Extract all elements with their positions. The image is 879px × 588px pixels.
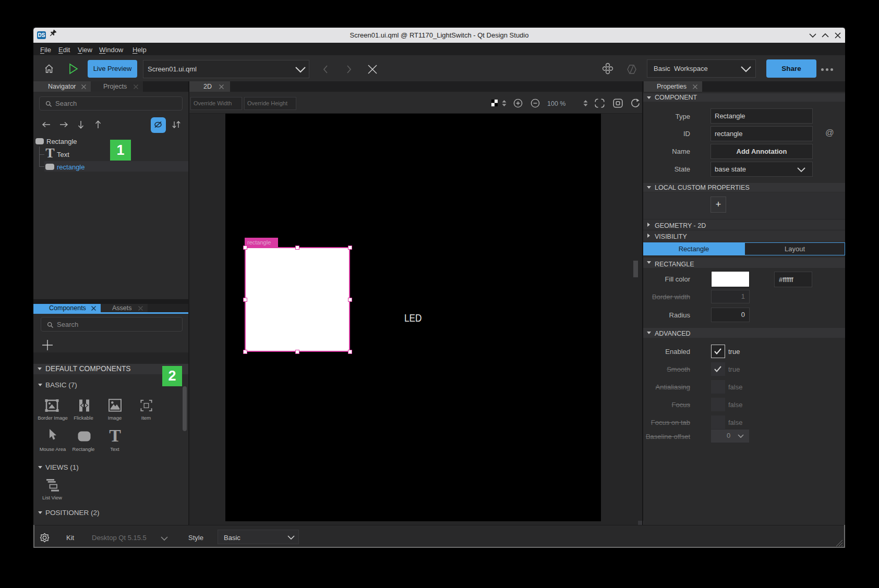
svg-text:T: T <box>109 428 121 443</box>
